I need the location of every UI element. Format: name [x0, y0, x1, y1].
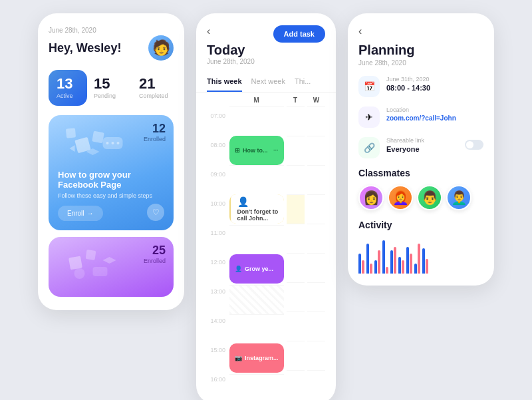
svg-point-6 — [117, 142, 120, 144]
course-card-purple[interactable]: 25 Enrolled — [49, 237, 174, 297]
time-0700: 07:00 — [207, 111, 229, 140]
screens-container: June 28th, 2020 Hey, Wesley! 🧑 13 Active… — [38, 13, 494, 400]
calendar-grid: 07:00 08:00 09:00 10:00 11:00 12:00 13:0… — [196, 93, 336, 400]
bar-red-6 — [410, 254, 412, 274]
bar-blue-6 — [406, 247, 409, 274]
tab-this-week[interactable]: This week — [207, 72, 242, 92]
stat-pending-number: 15 — [94, 77, 132, 91]
tab-this-month[interactable]: Thi... — [295, 72, 311, 92]
info-row-time: 📅 June 31th, 2020 08:00 - 14:30 — [358, 76, 483, 97]
chart-bar-group — [358, 254, 364, 274]
s3-title: Planning — [358, 43, 483, 58]
info-row-location: ✈ Location zoom.com/?call=John — [358, 106, 483, 128]
stat-completed: 21 Completed — [139, 70, 178, 106]
svg-rect-7 — [68, 256, 82, 270]
day-header-t: T — [287, 93, 305, 106]
classmate-3-face: 👨 — [422, 190, 438, 206]
enrolled-number-blue: 12 — [144, 122, 166, 136]
chart-bar-group — [382, 240, 388, 274]
time-0800: 08:00 — [207, 140, 229, 170]
s1-date: June 28th, 2020 — [49, 27, 174, 34]
svg-point-4 — [106, 142, 109, 144]
svg-rect-3 — [103, 137, 123, 149]
svg-rect-2 — [66, 128, 76, 138]
enrolled-label-blue: Enrolled — [144, 136, 166, 142]
share-icon: 🔗 — [358, 137, 380, 158]
reminder-text: Don't forget to call John... — [237, 208, 284, 222]
classmate-3[interactable]: 👨 — [417, 185, 442, 210]
time-column: 07:00 08:00 09:00 10:00 11:00 12:00 13:0… — [207, 93, 229, 400]
s3-back-button[interactable]: ‹ — [358, 25, 483, 37]
event-grow-icon: 👤 — [235, 266, 242, 272]
time-0900: 09:00 — [207, 170, 229, 199]
event-grow[interactable]: 👤 Grow ye... — [229, 254, 284, 284]
bar-blue-8 — [422, 248, 425, 274]
classmate-1[interactable]: 👩 — [358, 185, 384, 210]
course-illustration — [55, 118, 137, 165]
classmates-row: 👩 👩‍🦰 👨 👨‍🦱 — [358, 185, 483, 210]
bar-blue-7 — [414, 264, 417, 274]
day-col-m: M ⊞ How to... ··· </> Cod... — [229, 93, 284, 400]
tab-next-week[interactable]: Next week — [251, 72, 285, 92]
classmate-4[interactable]: 👨‍🦱 — [446, 185, 471, 210]
time-1500: 15:00 — [207, 345, 229, 375]
s2-title: Today — [207, 43, 255, 58]
day-header-m: M — [229, 93, 284, 106]
classmate-2-face: 👩‍🦰 — [392, 190, 409, 206]
enroll-button[interactable]: Enroll → — [58, 206, 103, 221]
info-time-label: June 31th, 2020 — [386, 76, 483, 83]
add-task-button[interactable]: Add task — [273, 25, 325, 43]
info-share-content: Shareable link Everyone — [386, 137, 458, 153]
course-subtitle: Follow these easy and simple steps — [58, 192, 164, 199]
info-share-label: Shareable link — [386, 137, 458, 144]
enrolled-badge-purple: 25 Enrolled — [144, 244, 166, 264]
enrolled-number-purple: 25 — [144, 244, 166, 258]
course-card-blue[interactable]: 12 Enrolled — [49, 115, 174, 230]
bar-blue-3 — [382, 240, 385, 274]
bar-blue-4 — [390, 250, 393, 274]
time-1600: 16:00 — [207, 375, 229, 400]
s1-header: Hey, Wesley! 🧑 — [49, 35, 174, 61]
svg-rect-1 — [92, 131, 104, 144]
stat-active: 13 Active — [49, 70, 87, 106]
stat-completed-number: 21 — [139, 77, 178, 91]
purple-illustration — [55, 240, 137, 287]
info-location-label: Location — [386, 106, 483, 113]
event-howto-label: How to... — [243, 147, 268, 154]
chart-bar-group — [398, 257, 404, 274]
heart-icon[interactable]: ♡ — [147, 204, 164, 221]
reminder-bubble: 👤 Don't forget to call John... — [231, 194, 284, 224]
share-toggle[interactable] — [465, 140, 483, 150]
stat-pending-label: Pending — [94, 93, 132, 99]
s2-header: ‹ Today June 28th, 2020 Add task — [196, 13, 336, 72]
more-icon[interactable]: ··· — [273, 147, 279, 154]
s2-back-button[interactable]: ‹ — [207, 25, 255, 37]
time-1400: 14:00 — [207, 316, 229, 345]
svg-rect-0 — [74, 137, 90, 153]
s2-tabs: This week Next week Thi... — [196, 72, 336, 93]
event-instagram-icon: 📷 — [235, 355, 242, 361]
stat-pending: 15 Pending — [94, 70, 132, 106]
screen2-card: ‹ Today June 28th, 2020 Add task This we… — [196, 13, 336, 400]
bar-red-4 — [394, 247, 396, 274]
bar-blue-0 — [358, 254, 361, 274]
greeting-text: Hey, Wesley! — [49, 41, 121, 55]
stat-active-number: 13 — [57, 77, 79, 91]
classmate-2[interactable]: 👩‍🦰 — [388, 185, 413, 210]
s3-date: June 28th, 2020 — [358, 59, 483, 67]
svg-rect-10 — [93, 267, 108, 276]
event-howto-icon: ⊞ — [235, 147, 240, 154]
bar-blue-2 — [374, 260, 377, 274]
bar-red-0 — [362, 260, 364, 274]
bar-blue-1 — [366, 244, 369, 274]
enroll-label: Enroll — [67, 210, 84, 217]
event-instagram[interactable]: 📷 Instagram... — [229, 343, 284, 373]
info-location-value[interactable]: zoom.com/?call=John — [386, 114, 483, 122]
event-howto[interactable]: ⊞ How to... ··· — [229, 136, 284, 165]
day-col-w: W — [307, 93, 325, 400]
location-icon: ✈ — [358, 106, 380, 128]
event-code[interactable]: </> Cod... 👤 Don't forget to call John..… — [229, 194, 284, 224]
s2-date: June 28th, 2020 — [207, 58, 255, 65]
bar-red-1 — [370, 264, 372, 274]
time-1200: 12:00 — [207, 258, 229, 287]
